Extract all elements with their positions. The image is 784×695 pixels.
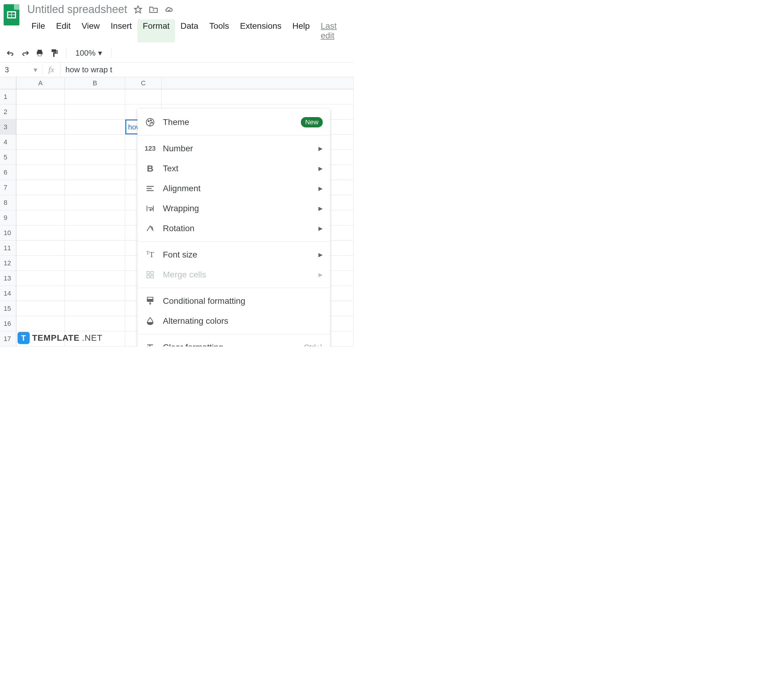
- select-all-corner[interactable]: [0, 77, 16, 89]
- menu-edit[interactable]: Edit: [51, 20, 76, 43]
- cell[interactable]: [65, 286, 125, 301]
- cell[interactable]: [65, 150, 125, 164]
- format-alignment[interactable]: Alignment ▶: [137, 179, 330, 199]
- cell[interactable]: [16, 240, 65, 255]
- undo-icon[interactable]: [5, 48, 16, 58]
- row-header[interactable]: 17: [0, 331, 16, 346]
- cell[interactable]: [65, 135, 125, 150]
- row-header[interactable]: 2: [0, 104, 16, 119]
- menu-data[interactable]: Data: [175, 20, 204, 43]
- format-font-size[interactable]: TT Font size ▶: [137, 245, 330, 265]
- cell[interactable]: [65, 225, 125, 240]
- doc-title[interactable]: Untitled spreadsheet: [26, 2, 128, 16]
- row-header[interactable]: 9: [0, 210, 16, 225]
- row-header[interactable]: 10: [0, 225, 16, 240]
- row-header[interactable]: 15: [0, 301, 16, 316]
- cell[interactable]: [16, 120, 65, 134]
- cell[interactable]: [65, 180, 125, 195]
- cell[interactable]: [125, 89, 161, 104]
- formula-input[interactable]: how to wrap t: [61, 65, 354, 74]
- menu-file[interactable]: File: [26, 20, 51, 43]
- svg-rect-2: [51, 49, 56, 52]
- format-alternating[interactable]: Alternating colors: [137, 311, 330, 331]
- col-header-a[interactable]: A: [16, 77, 65, 89]
- menu-tools[interactable]: Tools: [204, 20, 234, 43]
- cell[interactable]: [16, 150, 65, 164]
- cell[interactable]: [16, 210, 65, 225]
- svg-point-4: [148, 120, 149, 122]
- redo-icon[interactable]: [20, 48, 30, 58]
- cell[interactable]: [16, 195, 65, 210]
- row-header[interactable]: 3: [0, 120, 16, 134]
- col-header-rest[interactable]: [161, 77, 354, 89]
- col-header-b[interactable]: B: [65, 77, 125, 89]
- cell[interactable]: [65, 256, 125, 271]
- cell[interactable]: [65, 120, 125, 134]
- cell[interactable]: [16, 256, 65, 271]
- format-conditional[interactable]: Conditional formatting: [137, 291, 330, 311]
- cell[interactable]: [16, 316, 65, 331]
- last-edit-link[interactable]: Last edit: [315, 20, 354, 43]
- rotation-icon: [145, 225, 156, 232]
- cell[interactable]: [65, 301, 125, 316]
- svg-rect-14: [147, 275, 150, 278]
- cell[interactable]: [16, 225, 65, 240]
- row-header[interactable]: 4: [0, 135, 16, 150]
- grid-row: 1: [0, 89, 354, 104]
- row-header[interactable]: 12: [0, 256, 16, 271]
- row-header[interactable]: 7: [0, 180, 16, 195]
- row-header[interactable]: 13: [0, 271, 16, 286]
- row-header[interactable]: 14: [0, 286, 16, 301]
- cell[interactable]: [65, 210, 125, 225]
- zoom-selector[interactable]: 100% ▾: [73, 48, 104, 58]
- row-header[interactable]: 8: [0, 195, 16, 210]
- paint-format-icon[interactable]: [49, 48, 59, 58]
- cloud-check-icon[interactable]: [165, 6, 174, 13]
- move-folder-icon[interactable]: [149, 5, 158, 13]
- format-rotation[interactable]: Rotation ▶: [137, 219, 330, 238]
- watermark: T TEMPLATE.NET: [18, 332, 103, 344]
- submenu-arrow-icon: ▶: [318, 251, 323, 258]
- cell[interactable]: [65, 271, 125, 286]
- cell[interactable]: [65, 104, 125, 119]
- row-header[interactable]: 6: [0, 165, 16, 180]
- cell[interactable]: [161, 89, 354, 104]
- format-dropdown: Theme New 123 Number ▶ B Text ▶ Alignmen…: [137, 108, 330, 347]
- menu-format[interactable]: Format: [137, 20, 175, 43]
- cell[interactable]: [16, 271, 65, 286]
- format-number[interactable]: 123 Number ▶: [137, 138, 330, 159]
- svg-rect-13: [151, 271, 153, 274]
- cell[interactable]: [65, 89, 125, 104]
- menu-bar: File Edit View Insert Format Data Tools …: [26, 20, 354, 43]
- cell[interactable]: [16, 135, 65, 150]
- star-icon[interactable]: [134, 5, 142, 14]
- sheets-logo[interactable]: [3, 4, 20, 25]
- row-header[interactable]: 5: [0, 150, 16, 164]
- cell[interactable]: [16, 104, 65, 119]
- col-header-c[interactable]: C: [125, 77, 161, 89]
- cell[interactable]: [65, 165, 125, 180]
- wrap-icon: [145, 205, 156, 212]
- format-wrapping[interactable]: Wrapping ▶: [137, 199, 330, 219]
- row-header[interactable]: 1: [0, 89, 16, 104]
- spreadsheet-grid[interactable]: A B C 123how4567891011121314151617 Theme…: [0, 77, 354, 347]
- format-theme[interactable]: Theme New: [137, 112, 330, 132]
- row-header[interactable]: 16: [0, 316, 16, 331]
- cell[interactable]: [16, 286, 65, 301]
- cell[interactable]: [65, 195, 125, 210]
- cell[interactable]: [65, 316, 125, 331]
- row-header[interactable]: 11: [0, 240, 16, 255]
- name-box[interactable]: 3 ▾: [0, 66, 42, 74]
- cell[interactable]: [65, 240, 125, 255]
- menu-insert[interactable]: Insert: [105, 20, 137, 43]
- print-icon[interactable]: [35, 48, 45, 58]
- menu-extensions[interactable]: Extensions: [235, 20, 287, 43]
- menu-help[interactable]: Help: [287, 20, 315, 43]
- format-clear[interactable]: Clear formatting Ctrl+\: [137, 337, 330, 347]
- menu-view[interactable]: View: [76, 20, 105, 43]
- cell[interactable]: [16, 301, 65, 316]
- cell[interactable]: [16, 180, 65, 195]
- format-text[interactable]: B Text ▶: [137, 159, 330, 179]
- cell[interactable]: [16, 165, 65, 180]
- cell[interactable]: [16, 89, 65, 104]
